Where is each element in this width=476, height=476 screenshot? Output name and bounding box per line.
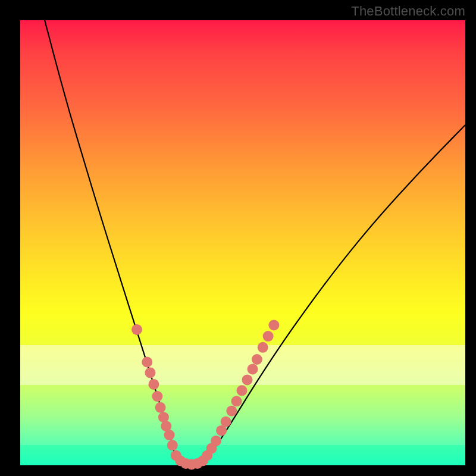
data-marker bbox=[145, 367, 155, 378]
chart-frame: TheBottleneck.com bbox=[0, 0, 476, 476]
data-marker bbox=[248, 364, 258, 374]
data-marker bbox=[242, 374, 253, 385]
data-marker bbox=[221, 416, 231, 427]
data-marker bbox=[252, 354, 262, 365]
data-marker bbox=[142, 357, 152, 368]
watermark-text: TheBottleneck.com bbox=[351, 4, 465, 19]
data-marker bbox=[263, 331, 274, 342]
valley-curve bbox=[45, 20, 465, 464]
marker-layer bbox=[131, 320, 279, 469]
data-marker bbox=[155, 402, 166, 413]
data-marker bbox=[131, 324, 142, 335]
data-marker bbox=[226, 406, 237, 416]
data-marker bbox=[237, 385, 248, 396]
data-marker bbox=[211, 436, 221, 446]
data-marker bbox=[148, 379, 159, 390]
data-marker bbox=[164, 430, 175, 440]
data-marker bbox=[152, 391, 162, 402]
data-marker bbox=[268, 320, 279, 330]
curve-layer bbox=[20, 20, 465, 465]
data-marker bbox=[167, 440, 178, 450]
plot-area bbox=[20, 20, 465, 465]
data-marker bbox=[258, 342, 268, 353]
data-marker bbox=[231, 396, 242, 406]
